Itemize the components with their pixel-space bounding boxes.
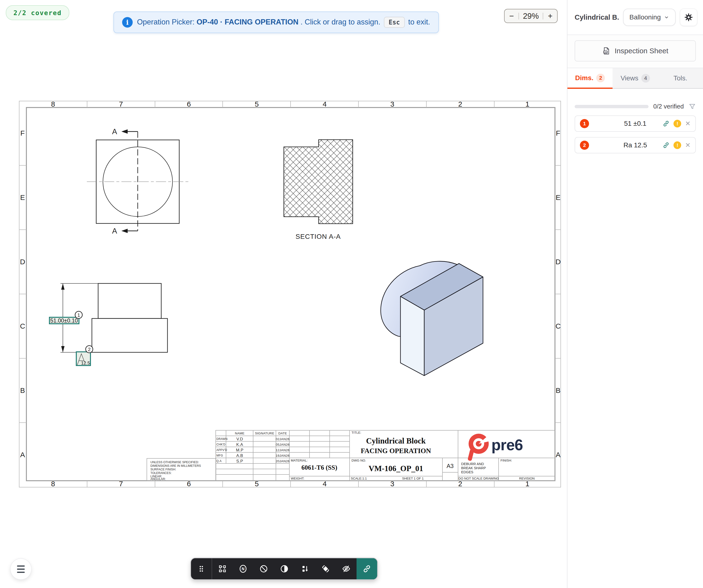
surface-finish-highlight[interactable]: 12.5: [76, 352, 90, 366]
svg-text:DIMENSIONS ARE IN MILLIMETERS: DIMENSIONS ARE IN MILLIMETERS: [150, 464, 201, 467]
chevron-down-icon: [663, 14, 670, 20]
dimension-row-2[interactable]: 2 Ra 12.5 ! ✕: [575, 137, 696, 153]
svg-text:csv: csv: [604, 51, 607, 53]
tab-tols[interactable]: Tols.: [658, 68, 703, 89]
svg-text:E: E: [556, 194, 560, 201]
warning-icon[interactable]: !: [674, 120, 681, 128]
svg-text:A.B: A.B: [236, 453, 243, 458]
svg-text:S.P: S.P: [236, 459, 243, 463]
link-icon[interactable]: [662, 142, 670, 149]
warning-icon[interactable]: !: [674, 141, 681, 149]
toolbar-drag-handle[interactable]: [191, 558, 212, 579]
tab-views-count: 4: [641, 74, 650, 83]
svg-text:E: E: [20, 194, 25, 201]
banner-operation: OP-40 · FACING OPERATION: [197, 18, 299, 26]
right-sidebar: Cylindrical B... Ballooning: [567, 0, 703, 588]
tab-views-label: Views: [620, 74, 638, 82]
tab-views[interactable]: Views 4: [613, 68, 658, 89]
dimension-highlight[interactable]: 51.00±0.10: [50, 317, 79, 324]
menu-button[interactable]: [11, 559, 31, 579]
svg-text:19JAN26: 19JAN26: [276, 454, 290, 457]
svg-text:EDGES: EDGES: [461, 470, 473, 474]
svg-text:DATE: DATE: [278, 432, 287, 435]
svg-text:8: 8: [51, 480, 55, 488]
menu-icon: [17, 566, 25, 567]
balloon-2-marker[interactable]: 2: [86, 346, 93, 353]
tab-tols-label: Tols.: [674, 74, 687, 82]
tab-dims[interactable]: Dims. 2: [567, 68, 613, 89]
svg-text:UNLESS OTHERWISE SPECIFIED:: UNLESS OTHERWISE SPECIFIED:: [150, 460, 199, 464]
rotate-view-icon: [321, 564, 330, 573]
svg-text:F: F: [556, 129, 560, 137]
verified-count: 0/2 verified: [653, 103, 684, 110]
document-title: Cylindrical B...: [575, 13, 619, 21]
select-annotations-button[interactable]: [212, 558, 233, 579]
verify-progress-bar: [575, 105, 648, 108]
material-value: 6061-T6 (SS): [301, 464, 337, 471]
link-mode-button[interactable]: [357, 558, 377, 579]
hide-annotations-button[interactable]: [336, 558, 357, 579]
svg-text:K.A: K.A: [236, 442, 243, 447]
sidebar-tabs: Dims. 2 Views 4 Tols.: [567, 68, 703, 89]
inspection-sheet-label: Inspection Sheet: [615, 47, 669, 55]
svg-text:7: 7: [119, 100, 123, 108]
link-icon[interactable]: [662, 120, 670, 127]
filter-icon[interactable]: [689, 103, 696, 110]
svg-text:CHK'D: CHK'D: [216, 443, 226, 446]
svg-text:REVISION: REVISION: [519, 476, 535, 480]
zoom-out-button[interactable]: −: [508, 12, 515, 20]
paper-size: A3: [447, 463, 454, 469]
svg-text:4: 4: [323, 100, 327, 108]
svg-text:MATERIAL:: MATERIAL:: [291, 459, 308, 462]
mode-dropdown[interactable]: Ballooning: [623, 9, 676, 26]
rotate-view-button[interactable]: [315, 558, 336, 579]
dimension-row-1[interactable]: 1 51 ±0.1 ! ✕: [575, 116, 696, 132]
svg-text:N: N: [242, 567, 244, 571]
svg-text:TOLERANCES:: TOLERANCES:: [150, 471, 171, 475]
tab-dims-label: Dims.: [575, 74, 593, 82]
svg-text:APPV'D: APPV'D: [216, 448, 227, 452]
select-annotations-icon: [218, 564, 227, 573]
zoom-level: 29%: [523, 11, 539, 21]
drawing-title: Cylindrical Block: [366, 437, 426, 445]
banner-prefix: Operation Picker:: [137, 18, 194, 26]
contrast-button[interactable]: [274, 558, 295, 579]
svg-text:1: 1: [526, 100, 530, 108]
dims-panel: 0/2 verified 1 51 ±0.1 ! ✕ 2 Ra 12.5: [567, 89, 703, 160]
annotation-toolbar: N: [191, 558, 377, 579]
reorder-balloons-button[interactable]: [295, 558, 315, 579]
inspection-sheet-button[interactable]: csv Inspection Sheet: [575, 40, 696, 61]
balloon-style-button[interactable]: N: [233, 558, 253, 579]
svg-text:02JAN26: 02JAN26: [276, 437, 290, 441]
settings-button[interactable]: [680, 9, 697, 26]
svg-text:3: 3: [390, 100, 394, 108]
svg-text:MFG: MFG: [216, 454, 223, 457]
svg-text:8: 8: [51, 100, 55, 108]
svg-text:D: D: [20, 258, 25, 266]
banner-suffix: to exit.: [408, 18, 430, 26]
top-view: A A: [87, 128, 188, 235]
zoom-in-button[interactable]: +: [547, 12, 553, 20]
no-symbol-button[interactable]: [253, 558, 274, 579]
remove-balloon-icon[interactable]: ✕: [685, 142, 691, 149]
divider: [519, 13, 519, 19]
svg-text:A: A: [112, 128, 117, 136]
svg-text:DO NOT SCALE DRAWING: DO NOT SCALE DRAWING: [459, 476, 499, 480]
zoom-control: − 29% +: [504, 9, 558, 23]
svg-text:SIGNATURE: SIGNATURE: [255, 432, 274, 435]
svg-text:BREAK SHARP: BREAK SHARP: [461, 466, 486, 470]
mode-label: Ballooning: [629, 13, 661, 21]
svg-text:20JAN26: 20JAN26: [276, 459, 290, 463]
coverage-badge: 2/2 covered: [6, 5, 69, 20]
remove-balloon-icon[interactable]: ✕: [685, 121, 691, 127]
inspection-section: csv Inspection Sheet: [567, 35, 703, 68]
svg-text:B: B: [20, 386, 25, 394]
divider: [543, 13, 543, 19]
svg-text:1: 1: [77, 312, 80, 318]
balloon-1-marker[interactable]: 1: [75, 311, 82, 318]
tab-dims-count: 2: [596, 74, 605, 82]
svg-text:NAME: NAME: [235, 432, 244, 435]
svg-text:B: B: [556, 386, 560, 394]
svg-text:F: F: [20, 129, 25, 137]
contrast-icon: [280, 564, 289, 573]
